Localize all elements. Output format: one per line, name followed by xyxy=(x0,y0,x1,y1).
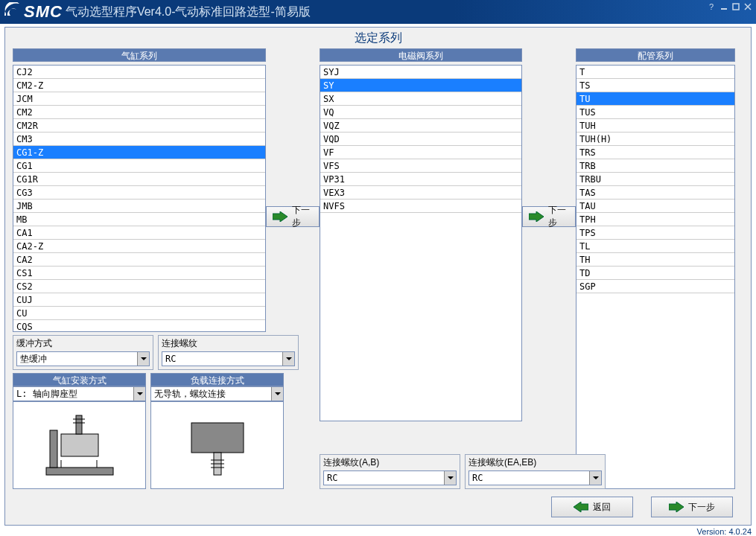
valve-options-row: 连接螺纹(A,B) 连接螺纹(EA,EB) xyxy=(320,454,522,489)
valve-thread-ab-group: 连接螺纹(A,B) xyxy=(320,454,460,489)
list-item[interactable]: SGP xyxy=(576,280,734,293)
valve-thread-eaeb-combo[interactable] xyxy=(468,470,602,485)
list-item[interactable]: CG1R xyxy=(13,173,265,186)
list-item[interactable]: VQD xyxy=(320,133,521,146)
cylinder-options-row2: 气缸安装方式 xyxy=(13,373,266,489)
list-item[interactable]: CJ2 xyxy=(13,66,265,79)
list-item[interactable]: CU xyxy=(13,307,265,320)
list-item[interactable]: CA2-Z xyxy=(13,240,265,253)
valve-thread-ab-combo[interactable] xyxy=(323,470,457,485)
cushion-combo[interactable] xyxy=(16,351,150,366)
list-item[interactable]: TRS xyxy=(576,146,734,159)
list-item[interactable]: TUH(H) xyxy=(576,133,734,146)
list-item[interactable]: TPS xyxy=(576,226,734,240)
window-controls: ? xyxy=(707,1,753,12)
cylinder-listbox[interactable]: CJ2CM2-ZJCMCM2CM2RCM3CG1-ZCG1CG1RCG3JMBM… xyxy=(13,65,266,332)
list-item[interactable]: VP31 xyxy=(320,173,521,186)
list-item[interactable]: TD xyxy=(576,267,734,280)
list-item[interactable]: TAS xyxy=(576,186,734,200)
list-item[interactable]: CQS xyxy=(13,320,265,332)
svg-rect-2 xyxy=(733,4,739,10)
list-item[interactable]: CM2R xyxy=(13,119,265,133)
valve-thread-eaeb-label: 连接螺纹(EA,EB) xyxy=(468,456,602,469)
thread-combo[interactable] xyxy=(162,351,295,366)
chevron-down-icon[interactable] xyxy=(444,471,456,485)
list-item[interactable]: TRBU xyxy=(576,173,734,186)
close-icon[interactable] xyxy=(743,1,753,12)
list-item[interactable]: TPH xyxy=(576,213,734,226)
list-item[interactable]: NVFS xyxy=(320,200,521,213)
list-item[interactable]: CM2 xyxy=(13,106,265,119)
list-item[interactable]: T xyxy=(576,66,734,79)
next-step-label: 下一步 xyxy=(688,501,715,514)
tube-column: 配管系列 TTSTUTUSTUHTUH(H)TRSTRBTRBUTASTAUTP… xyxy=(576,48,735,489)
list-item[interactable]: TS xyxy=(576,79,734,92)
list-item[interactable]: VFS xyxy=(320,159,521,173)
list-item[interactable]: JMB xyxy=(13,200,265,213)
list-item[interactable]: CA1 xyxy=(13,226,265,240)
thread-input[interactable] xyxy=(162,352,282,366)
load-combo[interactable] xyxy=(150,386,284,401)
list-item[interactable]: TRB xyxy=(576,159,734,173)
list-item[interactable]: VQZ xyxy=(320,119,521,133)
tube-header: 配管系列 xyxy=(576,48,735,62)
next-step-button-1[interactable]: 下一步 xyxy=(266,206,320,227)
list-item[interactable]: TU xyxy=(576,92,734,106)
list-item[interactable]: TH xyxy=(576,253,734,267)
cylinder-options-row1: 缓冲方式 连接螺纹 xyxy=(13,335,266,370)
valve-listbox[interactable]: SYJSYSXVQVQZVQDVFVFSVP31VEX3NVFS xyxy=(320,65,522,421)
list-item[interactable]: VEX3 xyxy=(320,186,521,200)
list-item[interactable]: SX xyxy=(320,92,521,106)
load-panel: 负载连接方式 xyxy=(150,373,284,489)
maximize-icon[interactable] xyxy=(731,1,741,12)
list-item[interactable]: CS1 xyxy=(13,267,265,280)
list-item[interactable]: CG1-Z xyxy=(13,146,265,159)
help-icon[interactable]: ? xyxy=(707,1,717,12)
list-item[interactable]: SY xyxy=(320,79,521,92)
tube-listbox[interactable]: TTSTUTUSTUHTUH(H)TRSTRBTRBUTASTAUTPHTPST… xyxy=(576,65,735,489)
svg-rect-3 xyxy=(46,468,113,475)
titlebar: SMC 气动选型程序Ver4.0-气动标准回路选型-简易版 ? xyxy=(0,0,756,24)
valve-thread-ab-input[interactable] xyxy=(324,471,444,485)
valve-thread-eaeb-input[interactable] xyxy=(469,471,589,485)
next-step-button-2[interactable]: 下一步 xyxy=(522,206,576,227)
logo-swoosh-icon xyxy=(3,2,21,17)
bottom-button-row: 返回 下一步 xyxy=(551,497,733,517)
chevron-down-icon[interactable] xyxy=(589,471,601,485)
list-item[interactable]: CS2 xyxy=(13,280,265,293)
list-item[interactable]: CG3 xyxy=(13,186,265,200)
list-item[interactable]: VF xyxy=(320,146,521,159)
cylinder-column: 气缸系列 CJ2CM2-ZJCMCM2CM2RCM3CG1-ZCG1CG1RCG… xyxy=(13,48,266,489)
minimize-icon[interactable] xyxy=(719,1,729,12)
list-item[interactable]: TAU xyxy=(576,200,734,213)
chevron-down-icon[interactable] xyxy=(133,387,145,401)
list-item[interactable]: SYJ xyxy=(320,66,521,79)
list-item[interactable]: MB xyxy=(13,213,265,226)
list-item[interactable]: CUJ xyxy=(13,293,265,307)
list-item[interactable]: CM2-Z xyxy=(13,79,265,92)
load-input[interactable] xyxy=(151,387,271,401)
list-item[interactable]: TL xyxy=(576,240,734,253)
svg-marker-16 xyxy=(273,211,288,222)
list-item[interactable]: TUS xyxy=(576,106,734,119)
next-step-label: 下一步 xyxy=(292,204,313,229)
list-item[interactable]: CG1 xyxy=(13,159,265,173)
cushion-label: 缓冲方式 xyxy=(16,337,150,350)
return-button[interactable]: 返回 xyxy=(551,497,633,517)
list-item[interactable]: CA2 xyxy=(13,253,265,267)
chevron-down-icon[interactable] xyxy=(282,352,294,366)
return-label: 返回 xyxy=(593,501,611,514)
mount-combo[interactable] xyxy=(13,386,146,401)
mount-input[interactable] xyxy=(13,387,133,401)
list-item[interactable]: TUH xyxy=(576,119,734,133)
section-title: 选定系列 xyxy=(5,28,751,51)
window-title: 气动选型程序Ver4.0-气动标准回路选型-简易版 xyxy=(66,4,311,20)
chevron-down-icon[interactable] xyxy=(137,352,149,366)
cushion-input[interactable] xyxy=(17,352,137,366)
next-step-button-bottom[interactable]: 下一步 xyxy=(651,497,733,517)
next-step-label: 下一步 xyxy=(548,204,569,229)
list-item[interactable]: VQ xyxy=(320,106,521,119)
list-item[interactable]: CM3 xyxy=(13,133,265,146)
list-item[interactable]: JCM xyxy=(13,92,265,106)
mount-panel: 气缸安装方式 xyxy=(13,373,146,489)
